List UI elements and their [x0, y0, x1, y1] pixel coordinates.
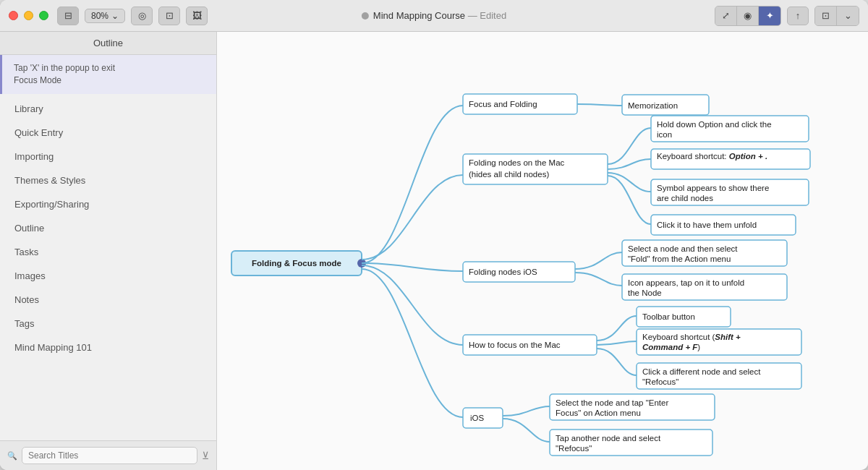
window-title-area: Mind Mapping Course — Edited	[362, 10, 506, 21]
sidebar-search: 🔍 ⊻	[0, 440, 216, 470]
bubble-button[interactable]: ◉	[737, 7, 759, 25]
svg-text:Tap another node and select: Tap another node and select	[556, 434, 661, 443]
close-button[interactable]	[9, 11, 18, 20]
svg-text:Memorization: Memorization	[628, 101, 678, 110]
sidebar-active-item[interactable]: Tap 'X' in the popup to exit Focus Mode	[0, 55, 216, 94]
svg-text:Icon appears, tap on it to unf: Icon appears, tap on it to unfold	[628, 278, 744, 287]
sidebar-toggle-icon: ⊟	[64, 10, 72, 21]
move-icon: ⤢	[722, 10, 730, 21]
view-chevron-button[interactable]: ⌄	[837, 7, 859, 25]
svg-text:(hides all child nodes): (hides all child nodes)	[469, 170, 549, 179]
sidebar-header: Outline	[0, 32, 216, 55]
svg-text:iOS: iOS	[470, 414, 485, 422]
svg-text:the Node: the Node	[628, 289, 662, 297]
star-button[interactable]: ✦	[759, 7, 780, 25]
svg-text:Hold down Option and click the: Hold down Option and click the	[657, 120, 772, 129]
svg-text:Select the node and tap "Enter: Select the node and tap "Enter	[556, 398, 668, 407]
sidebar-item-mind-mapping-101[interactable]: Mind Mapping 101	[0, 336, 216, 359]
image-button[interactable]: 🖼	[186, 7, 208, 25]
filter-icon[interactable]: ⊻	[202, 450, 209, 461]
svg-text:Keyboard shortcut: Option + .: Keyboard shortcut: Option + .	[657, 152, 767, 161]
bubble-icon: ◉	[744, 10, 752, 21]
svg-text:are child nodes: are child nodes	[657, 194, 713, 202]
sidebar-item-tasks[interactable]: Tasks	[0, 240, 216, 264]
traffic-lights	[9, 11, 48, 20]
active-item-line1: Tap 'X' in the popup to exit	[14, 63, 115, 73]
svg-text:"Refocus": "Refocus"	[556, 444, 592, 453]
target-button[interactable]: ◎	[131, 7, 153, 25]
svg-text:"Refocus": "Refocus"	[642, 377, 678, 386]
svg-text:Symbol appears to show there: Symbol appears to show there	[657, 184, 769, 192]
svg-text:Folding & Focus mode: Folding & Focus mode	[252, 259, 341, 268]
svg-text:Folding nodes on the Mac: Folding nodes on the Mac	[469, 158, 565, 167]
svg-text:Click a different node and sel: Click a different node and select	[642, 367, 761, 376]
toolbar-group-center: ⤢ ◉ ✦	[715, 6, 781, 26]
mindmap-content[interactable]: .mn-line { fill:none; stroke:#6ab4d8; st…	[217, 32, 868, 470]
split-view-icon: ⊡	[822, 10, 830, 21]
titlebar: ⊟ 80% ⌄ ◎ ⊡ 🖼 Mind Mapping Course — Edit…	[0, 0, 868, 32]
sidebar-item-exporting-sharing[interactable]: Exporting/Sharing	[0, 192, 216, 216]
fullscreen-button[interactable]	[39, 11, 48, 20]
sidebar: Outline Tap 'X' in the popup to exit Foc…	[0, 32, 217, 470]
sidebar-active-text: Tap 'X' in the popup to exit Focus Mode	[14, 62, 208, 87]
svg-text:Click it to have them unfold: Click it to have them unfold	[657, 221, 757, 229]
image-icon: 🖼	[192, 10, 202, 21]
app-window: ⊟ 80% ⌄ ◎ ⊡ 🖼 Mind Mapping Course — Edit…	[0, 0, 868, 470]
svg-text:Toolbar button: Toolbar button	[642, 312, 695, 321]
zoom-chevron-icon: ⌄	[111, 11, 119, 21]
share-button[interactable]: ↑	[787, 7, 809, 25]
zoom-label: 80%	[91, 11, 109, 21]
svg-text:Focus and Folding: Focus and Folding	[469, 100, 537, 108]
sidebar-item-importing[interactable]: Importing	[0, 145, 216, 168]
mindmap-svg: .mn-line { fill:none; stroke:#6ab4d8; st…	[217, 32, 868, 470]
share-icon: ↑	[796, 10, 801, 21]
zoom-control[interactable]: 80% ⌄	[85, 9, 125, 23]
sidebar-item-tags[interactable]: Tags	[0, 312, 216, 336]
svg-text:Command + F): Command + F)	[642, 343, 700, 351]
toolbar-right: ⤢ ◉ ✦ ↑ ⊡ ⌄	[715, 6, 859, 26]
minimize-button[interactable]	[24, 11, 33, 20]
svg-text:How to focus on the Mac: How to focus on the Mac	[469, 341, 561, 349]
sidebar-item-quick-entry[interactable]: Quick Entry	[0, 121, 216, 145]
svg-text:Folding nodes iOS: Folding nodes iOS	[469, 268, 537, 276]
svg-text:Select a node and then select: Select a node and then select	[628, 244, 738, 253]
sidebar-item-library[interactable]: Library	[0, 97, 216, 121]
target-icon: ◎	[138, 10, 146, 21]
split-view-button[interactable]: ⊡	[815, 7, 837, 25]
active-item-line2: Focus Mode	[14, 75, 61, 85]
toolbar-group-view: ⊡ ⌄	[814, 6, 859, 26]
toolbar-left: ⊟ 80% ⌄ ◎ ⊡ 🖼	[57, 7, 208, 25]
sidebar-toggle-button[interactable]: ⊟	[57, 7, 79, 25]
view-chevron-icon: ⌄	[844, 10, 852, 21]
move-button[interactable]: ⤢	[715, 7, 737, 25]
view-icon: ⊡	[166, 10, 174, 21]
sidebar-item-notes[interactable]: Notes	[0, 288, 216, 312]
sidebar-item-themes-styles[interactable]: Themes & Styles	[0, 168, 216, 192]
main-area: Outline Tap 'X' in the popup to exit Foc…	[0, 32, 868, 470]
title-dot-icon	[362, 12, 369, 20]
svg-text:Focus" on Action menu: Focus" on Action menu	[556, 409, 641, 417]
edited-label: — Edited	[468, 10, 506, 21]
view-button[interactable]: ⊡	[158, 7, 180, 25]
search-icon: 🔍	[7, 451, 17, 461]
svg-text:Keyboard shortcut  (Shift +: Keyboard shortcut (Shift +	[642, 333, 741, 341]
svg-text:icon: icon	[657, 130, 672, 139]
star-icon: ✦	[766, 10, 774, 21]
svg-text:"Fold" from the Action menu: "Fold" from the Action menu	[628, 255, 731, 263]
window-title: Mind Mapping Course — Edited	[373, 10, 506, 21]
sidebar-item-images[interactable]: Images	[0, 264, 216, 288]
sidebar-items: Library Quick Entry Importing Themes & S…	[0, 94, 216, 440]
search-input[interactable]	[22, 447, 197, 464]
sidebar-item-outline[interactable]: Outline	[0, 216, 216, 240]
